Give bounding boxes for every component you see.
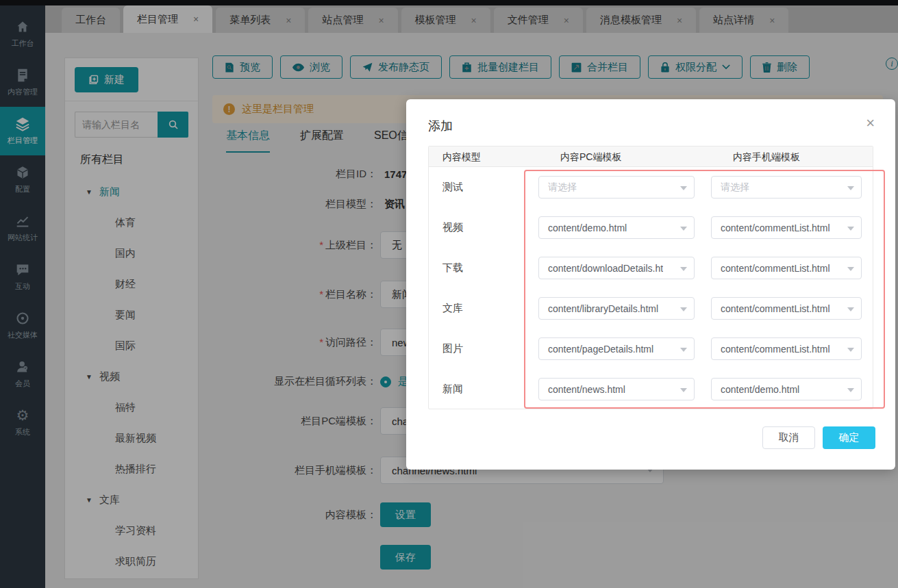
table-row: 新闻 content/news.html content/demo.html <box>429 369 873 409</box>
mobile-template-select[interactable]: content/demo.html <box>711 378 862 400</box>
caret-down-icon <box>680 227 687 231</box>
table-row: 图片 content/pageDetails.html content/comm… <box>429 329 873 369</box>
model-name: 图片 <box>442 342 463 355</box>
model-name: 下载 <box>442 261 463 274</box>
caret-down-icon <box>847 227 854 231</box>
pc-template-select[interactable]: content/downloadDetails.ht <box>538 257 695 279</box>
col-header-pc-template: 内容PC端模板 <box>560 151 621 164</box>
caret-down-icon <box>680 267 687 271</box>
add-dialog: 添加 × 内容模型 内容PC端模板 内容手机端模板 测试 请选择 请选择 视频 … <box>406 99 895 470</box>
pc-template-select[interactable]: 请选择 <box>538 176 695 199</box>
caret-down-icon <box>847 348 854 352</box>
caret-down-icon <box>680 307 687 311</box>
caret-down-icon <box>847 388 854 392</box>
mobile-template-select[interactable]: content/commentList.html <box>711 257 862 279</box>
table-row: 测试 请选择 请选择 <box>429 167 873 207</box>
mobile-template-select[interactable]: 请选择 <box>711 176 862 199</box>
caret-down-icon <box>847 267 854 271</box>
model-name: 文库 <box>442 302 463 315</box>
mobile-template-select[interactable]: content/commentList.html <box>711 216 862 239</box>
pc-template-select[interactable]: content/news.html <box>538 378 695 400</box>
dialog-title: 添加 <box>428 118 453 134</box>
cancel-button[interactable]: 取消 <box>762 426 815 449</box>
caret-down-icon <box>680 388 687 392</box>
template-table: 内容模型 内容PC端模板 内容手机端模板 测试 请选择 请选择 视频 conte… <box>428 146 873 409</box>
mobile-template-select[interactable]: content/commentList.html <box>711 337 862 360</box>
caret-down-icon <box>680 348 687 352</box>
close-icon[interactable]: × <box>866 116 875 131</box>
table-row: 文库 content/libraryDetails.html content/c… <box>429 288 873 329</box>
table-header: 内容模型 内容PC端模板 内容手机端模板 <box>429 146 873 167</box>
table-row: 视频 content/demo.html content/commentList… <box>429 207 873 248</box>
model-name: 新闻 <box>442 383 463 396</box>
pc-template-select[interactable]: content/libraryDetails.html <box>538 297 695 320</box>
col-header-mobile-template: 内容手机端模板 <box>733 151 800 164</box>
model-name: 视频 <box>442 221 463 234</box>
model-name: 测试 <box>442 181 463 194</box>
caret-down-icon <box>847 186 854 190</box>
mobile-template-select[interactable]: content/commentList.html <box>711 297 862 320</box>
caret-down-icon <box>680 186 687 190</box>
pc-template-select[interactable]: content/demo.html <box>538 216 695 239</box>
table-row: 下载 content/downloadDetails.ht content/co… <box>429 248 873 288</box>
col-header-model: 内容模型 <box>442 151 481 164</box>
caret-down-icon <box>847 307 854 311</box>
pc-template-select[interactable]: content/pageDetails.html <box>538 337 695 360</box>
confirm-button[interactable]: 确定 <box>823 426 875 449</box>
